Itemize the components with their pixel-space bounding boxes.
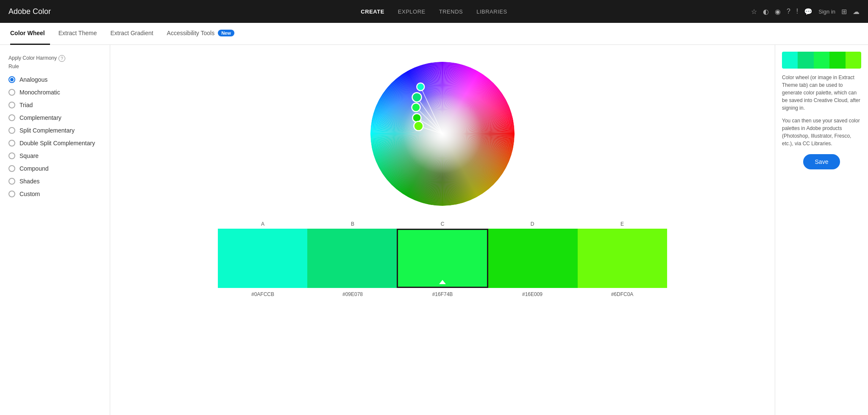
radio-label-square: Square — [19, 152, 39, 159]
swatch-D[interactable] — [488, 229, 578, 288]
swatch-B[interactable] — [307, 229, 397, 288]
harmony-rule-group: AnalogousMonochromaticTriadComplementary… — [8, 76, 101, 197]
swatch-selected-indicator — [439, 280, 446, 284]
swatch-hex-D: #16E009 — [487, 291, 577, 297]
new-badge: New — [218, 30, 234, 36]
color-wheel-svg[interactable] — [370, 62, 515, 206]
wheel-handle[interactable] — [414, 122, 423, 131]
radio-item-analogous[interactable]: Analogous — [8, 76, 101, 83]
swatches-row — [218, 229, 667, 288]
radio-circle-shades — [8, 178, 15, 185]
help-icon[interactable]: ? — [787, 8, 790, 15]
swatch-label-B: B — [308, 221, 398, 227]
swatch-label-D: D — [487, 221, 577, 227]
radio-label-compound: Compound — [19, 165, 49, 172]
radio-circle-square — [8, 152, 15, 159]
nav-links: CREATE EXPLORE TRENDS LIBRARIES — [361, 8, 507, 15]
nav-trends[interactable]: TRENDS — [439, 8, 463, 15]
creative-cloud-icon[interactable]: ☁ — [853, 8, 860, 16]
wheel-handle[interactable] — [412, 103, 420, 111]
radio-circle-triad — [8, 102, 15, 108]
sub-nav: Color Wheel Extract Theme Extract Gradie… — [0, 23, 868, 45]
radio-label-double-split-complementary: Double Split Complementary — [19, 140, 95, 147]
content-area: ABCDE #0AFCCB#09E078#16F74B#16E009#6DFC0… — [110, 45, 775, 415]
tab-accessibility-tools[interactable]: Accessibility Tools New — [162, 23, 239, 45]
radio-item-triad[interactable]: Triad — [8, 102, 101, 108]
color-wheel-container — [370, 62, 515, 206]
color-preview-strip — [782, 52, 861, 69]
radio-label-custom: Custom — [19, 191, 40, 197]
swatch-C[interactable] — [397, 229, 489, 288]
save-button[interactable]: Save — [803, 154, 840, 169]
harmony-label-row: Apply Color Harmony ? — [8, 55, 101, 62]
radio-item-monochromatic[interactable]: Monochromatic — [8, 89, 101, 96]
harmony-label: Apply Color Harmony — [8, 55, 57, 61]
harmony-sublabel: Rule — [8, 64, 101, 69]
panel-description-1: Color wheel (or image in Extract Theme t… — [782, 74, 861, 112]
wheel-handle[interactable] — [417, 83, 424, 91]
radio-label-triad: Triad — [19, 102, 33, 108]
radio-circle-compound — [8, 165, 15, 172]
radio-circle-split-complementary — [8, 127, 15, 134]
radio-circle-analogous — [8, 76, 15, 83]
swatch-E[interactable] — [578, 229, 667, 288]
radio-label-shades: Shades — [19, 178, 39, 185]
radio-label-analogous: Analogous — [19, 76, 47, 83]
nav-right: ☆ ◐ ◉ ? ! 💬 Sign in ⊞ ☁ — [751, 8, 860, 16]
right-panel: Color wheel (or image in Extract Theme t… — [775, 45, 868, 415]
swatch-label-A: A — [218, 221, 308, 227]
swatch-label-C: C — [398, 221, 487, 227]
radio-item-split-complementary[interactable]: Split Complementary — [8, 127, 101, 134]
radio-label-split-complementary: Split Complementary — [19, 127, 75, 134]
preview-segment-B — [798, 52, 813, 69]
swatches-section: ABCDE #0AFCCB#09E078#16F74B#16E009#6DFC0… — [218, 221, 667, 297]
swatch-labels-row: ABCDE — [218, 221, 667, 227]
nav-libraries[interactable]: LIBRARIES — [476, 8, 507, 15]
nav-explore[interactable]: EXPLORE — [398, 8, 426, 15]
sign-in-link[interactable]: Sign in — [818, 8, 835, 15]
radio-item-compound[interactable]: Compound — [8, 165, 101, 172]
tab-color-wheel[interactable]: Color Wheel — [10, 23, 50, 45]
tab-extract-theme[interactable]: Extract Theme — [53, 23, 102, 45]
preview-segment-E — [846, 52, 861, 69]
alert-icon[interactable]: ! — [796, 8, 798, 15]
radio-item-complementary[interactable]: Complementary — [8, 114, 101, 121]
radio-item-double-split-complementary[interactable]: Double Split Complementary — [8, 140, 101, 147]
preview-segment-D — [829, 52, 845, 69]
swatch-hex-B: #09E078 — [308, 291, 398, 297]
tab-extract-gradient[interactable]: Extract Gradient — [105, 23, 158, 45]
star-icon[interactable]: ☆ — [751, 8, 757, 16]
radio-label-monochromatic: Monochromatic — [19, 89, 60, 96]
wheel-handle[interactable] — [412, 93, 422, 102]
panel-description-2: You can then use your saved color palett… — [782, 117, 861, 147]
help-circle-icon[interactable]: ? — [58, 55, 65, 62]
swatch-hex-A: #0AFCCB — [218, 291, 308, 297]
radio-circle-monochromatic — [8, 89, 15, 96]
chat-icon[interactable]: 💬 — [804, 8, 812, 16]
radio-circle-complementary — [8, 114, 15, 121]
radio-item-shades[interactable]: Shades — [8, 178, 101, 185]
wheel-handle[interactable] — [412, 113, 421, 122]
sidebar: Apply Color Harmony ? Rule AnalogousMono… — [0, 45, 110, 415]
radio-label-complementary: Complementary — [19, 114, 61, 121]
moon-icon[interactable]: ◐ — [763, 8, 769, 16]
radio-circle-double-split-complementary — [8, 140, 15, 147]
radio-item-square[interactable]: Square — [8, 152, 101, 159]
swatch-label-E: E — [577, 221, 667, 227]
radio-item-custom[interactable]: Custom — [8, 191, 101, 197]
color-wheel-icon[interactable]: ◉ — [775, 8, 781, 16]
radio-circle-custom — [8, 191, 15, 197]
swatch-hex-row: #0AFCCB#09E078#16F74B#16E009#6DFC0A — [218, 291, 667, 297]
top-nav: Adobe Color CREATE EXPLORE TRENDS LIBRAR… — [0, 0, 868, 23]
main-layout: Apply Color Harmony ? Rule AnalogousMono… — [0, 45, 868, 415]
swatch-hex-E: #6DFC0A — [577, 291, 667, 297]
swatch-hex-C: #16F74B — [398, 291, 487, 297]
preview-segment-C — [814, 52, 829, 69]
swatch-A[interactable] — [218, 229, 307, 288]
preview-segment-A — [782, 52, 798, 69]
grid-icon[interactable]: ⊞ — [841, 8, 847, 16]
nav-create[interactable]: CREATE — [361, 8, 384, 15]
app-title: Adobe Color — [8, 7, 51, 16]
